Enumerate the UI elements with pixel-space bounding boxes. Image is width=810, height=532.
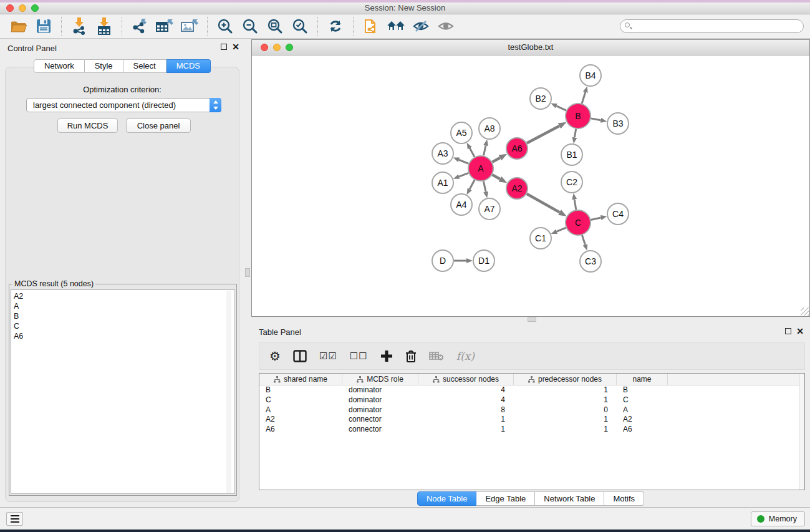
table-row[interactable]: A6connector11A6 [259, 425, 804, 435]
export-table-icon[interactable] [152, 16, 177, 36]
deselect-all-checkboxes-icon[interactable]: ☐☐ [350, 351, 368, 362]
import-network-icon[interactable] [67, 16, 92, 36]
toolbar-separator [317, 17, 318, 36]
tab-network[interactable]: Network [34, 59, 85, 73]
memory-button[interactable]: Memory [751, 511, 805, 526]
graph-edge-A-A3[interactable] [459, 160, 468, 163]
table-row[interactable]: Bdominator41B [259, 385, 804, 395]
tab-node-table[interactable]: Node Table [417, 491, 477, 506]
split-column-icon[interactable] [293, 350, 307, 362]
minimize-window-button[interactable] [19, 4, 26, 12]
close-network-window-button[interactable] [261, 44, 268, 51]
graph-edge-C-C1[interactable] [557, 228, 566, 231]
graph-edge-A-A2[interactable] [492, 175, 499, 179]
graph-edge-A-A7[interactable] [483, 181, 486, 192]
zoom-in-icon[interactable] [213, 16, 238, 36]
zoom-out-icon[interactable] [238, 16, 263, 36]
zoom-selected-icon[interactable] [287, 16, 312, 36]
table-row[interactable]: A2connector11A2 [259, 415, 804, 425]
graph-node-label-A7: A7 [484, 204, 494, 214]
table-scrollbar[interactable] [799, 374, 804, 490]
toolbar-separator [207, 17, 208, 36]
new-network-icon[interactable] [359, 16, 383, 36]
graph-edge-C-C3[interactable] [582, 235, 585, 244]
column-header-mcds-role[interactable]: MCDS role [342, 374, 418, 385]
graph-edge-C-C4[interactable] [591, 218, 601, 220]
tab-motifs[interactable]: Motifs [604, 491, 644, 506]
tab-style[interactable]: Style [85, 59, 123, 73]
mcds-list-scrollbar[interactable] [226, 291, 231, 493]
mcds-result-item[interactable]: A2 [11, 291, 234, 301]
column-header-successor-nodes[interactable]: successor nodes [418, 374, 514, 385]
float-panel-icon[interactable] [221, 44, 227, 50]
optimization-criterion-dropdown[interactable]: largest connected component (directed) [26, 98, 221, 112]
graph-edge-A2-C[interactable] [527, 194, 560, 213]
mcds-result-list[interactable]: A2ABCA6 [11, 289, 235, 494]
column-header-shared-name[interactable]: shared name [259, 374, 342, 385]
close-panel-button[interactable]: Close panel [126, 118, 191, 133]
cell-mcds-role: connector [342, 415, 418, 425]
graph-edge-A-A8[interactable] [483, 145, 486, 155]
graph-edge-B-B1[interactable] [574, 129, 576, 138]
graph-edge-B-B2[interactable] [556, 106, 566, 110]
mcds-result-item[interactable]: A [11, 301, 234, 311]
add-column-icon[interactable] [380, 350, 393, 362]
network-canvas[interactable]: B4B2BB3A8A5A6A3B1AA1C2A2A4A7C4CC1C3DD1 [252, 56, 809, 316]
mcds-result-item[interactable]: A6 [11, 331, 234, 341]
tab-select[interactable]: Select [123, 59, 166, 73]
graph-edge-A-A1[interactable] [459, 173, 468, 177]
cell-name: B [617, 385, 668, 395]
run-mcds-button[interactable]: Run MCDS [57, 118, 118, 133]
export-image-icon[interactable] [177, 16, 202, 36]
graph-edge-B-B4[interactable] [582, 92, 586, 104]
save-session-icon[interactable] [31, 16, 56, 36]
export-network-icon[interactable] [127, 16, 152, 36]
table-settings-gear-icon[interactable]: ⚙ [269, 350, 281, 362]
network-window-titlebar[interactable]: testGlobe.txt [252, 40, 809, 56]
float-table-panel-icon[interactable] [785, 328, 791, 334]
home-icon[interactable] [383, 16, 408, 36]
graph-edge-B-B3[interactable] [591, 118, 601, 120]
cell-shared-name: A2 [259, 415, 342, 425]
zoom-network-window-button[interactable] [286, 44, 293, 51]
column-header-predecessor-nodes[interactable]: predecessor nodes [514, 374, 617, 385]
function-builder-icon[interactable]: f(x) [456, 350, 475, 362]
select-all-checkboxes-icon[interactable]: ☑☑ [319, 351, 337, 362]
column-hierarchy-icon [357, 376, 364, 383]
tab-mcds[interactable]: MCDS [166, 59, 211, 73]
graph-edge-A6-B[interactable] [527, 126, 559, 143]
column-header-name[interactable]: name [617, 374, 668, 385]
delete-table-icon[interactable] [429, 351, 444, 361]
graph-edge-A-A6[interactable] [492, 158, 499, 162]
zoom-fit-icon[interactable] [263, 16, 287, 36]
import-table-icon[interactable] [92, 16, 117, 36]
close-table-panel-icon[interactable]: ✕ [796, 328, 804, 334]
zoom-window-button[interactable] [31, 4, 39, 12]
graph-edge-A-A4[interactable] [470, 180, 475, 190]
open-file-icon[interactable] [6, 16, 31, 36]
vertical-splitter[interactable] [244, 39, 251, 507]
task-history-button[interactable] [6, 512, 23, 526]
main-titlebar: Session: New Session [0, 2, 810, 14]
table-row[interactable]: Adominator80A [259, 405, 804, 415]
network-graph[interactable]: B4B2BB3A8A5A6A3B1AA1C2A2A4A7C4CC1C3DD1 [252, 56, 809, 317]
close-window-button[interactable] [6, 4, 14, 12]
graph-edge-C-C2[interactable] [574, 200, 576, 210]
mcds-result-item[interactable]: C [11, 321, 234, 331]
resize-grip-icon[interactable] [801, 307, 809, 316]
horizontal-splitter[interactable] [251, 317, 810, 323]
close-panel-icon[interactable]: ✕ [232, 44, 239, 50]
mcds-result-item[interactable]: B [11, 311, 234, 321]
minimize-network-window-button[interactable] [273, 44, 281, 51]
tab-network-table[interactable]: Network Table [535, 491, 604, 506]
graph-edge-A-A5[interactable] [470, 148, 475, 157]
hide-details-eye-slash-icon[interactable] [408, 16, 433, 36]
search-input[interactable] [620, 19, 804, 33]
tab-edge-table[interactable]: Edge Table [476, 491, 535, 506]
delete-column-trash-icon[interactable] [405, 350, 417, 363]
table-row[interactable]: Cdominator41C [259, 395, 804, 405]
graph-node-label-C1: C1 [535, 233, 546, 243]
column-header-label: successor nodes [443, 375, 499, 384]
refresh-icon[interactable] [323, 16, 348, 36]
show-details-eye-icon[interactable] [433, 16, 458, 36]
